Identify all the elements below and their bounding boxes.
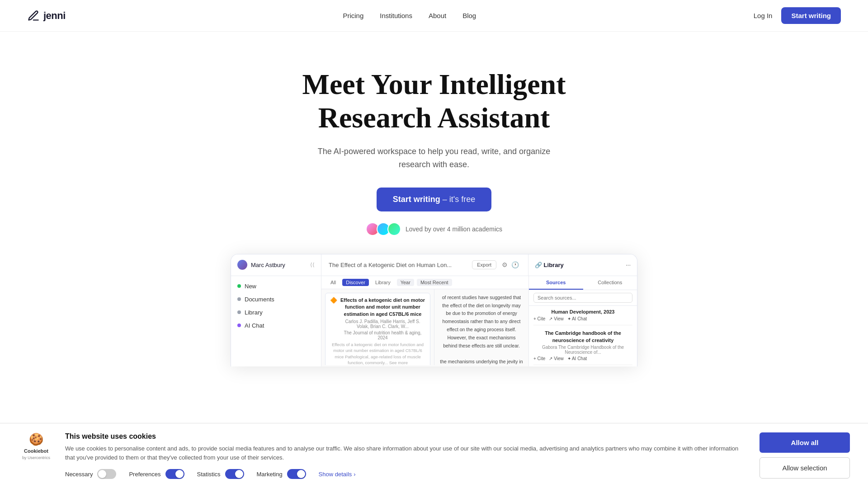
cookiebot-brand: Cookiebot xyxy=(24,448,48,454)
lib-item-1: The Cambridge handbook of the neuroscien… xyxy=(533,330,632,365)
discover-tab-library[interactable]: Library xyxy=(372,279,394,286)
nav-blog[interactable]: Blog xyxy=(462,12,476,19)
library-items: Human Development, 2023 + Cite ↗ View ✦ … xyxy=(529,306,637,366)
cookie-logo-icon: 🍪 xyxy=(29,432,43,446)
lib-tab-collections[interactable]: Collections xyxy=(583,276,637,290)
start-writing-nav-button[interactable]: Start writing xyxy=(781,7,841,24)
cookie-preferences: Preferences xyxy=(129,469,184,479)
article-item: 🔶 Effects of a ketogenic diet on motor f… xyxy=(325,293,430,365)
nav-pricing[interactable]: Pricing xyxy=(343,12,363,19)
ai-chat-lib-btn[interactable]: ✦ AI Chat xyxy=(567,316,587,321)
cite-lib-btn[interactable]: + Cite xyxy=(533,316,545,321)
mockup-body: New Documents Library AI Chat xyxy=(231,276,637,366)
new-dot xyxy=(237,284,241,288)
filter-recent[interactable]: Most Recent xyxy=(417,279,452,286)
lib-tab-sources[interactable]: Sources xyxy=(529,276,583,290)
statistics-toggle-knob xyxy=(235,470,243,478)
library-menu-icon[interactable]: ··· xyxy=(626,262,631,268)
cookie-marketing: Marketing xyxy=(257,469,306,479)
user-avatar xyxy=(237,260,247,270)
export-button[interactable]: Export xyxy=(472,260,496,269)
nav-about[interactable]: About xyxy=(429,12,446,19)
chevron-right-icon: › xyxy=(354,471,355,478)
discover-tab-all[interactable]: All xyxy=(327,279,340,286)
necessary-toggle[interactable] xyxy=(97,469,116,479)
nav-institutions[interactable]: Institutions xyxy=(380,12,412,19)
history-icon-btn[interactable]: 🕐 xyxy=(509,261,521,268)
login-button[interactable]: Log In xyxy=(754,12,773,19)
cite-lib-btn-1[interactable]: + Cite xyxy=(533,356,545,361)
allow-all-button[interactable]: Allow all xyxy=(760,432,850,453)
article-journal: The Journal of nutrition health & aging,… xyxy=(340,330,425,340)
sidebar-item-library[interactable]: Library xyxy=(231,306,321,319)
navbar: jenni Pricing Institutions About Blog Lo… xyxy=(0,0,868,32)
avatar xyxy=(387,222,401,236)
cookie-controls: Necessary Preferences Statistics Marketi… xyxy=(65,469,749,479)
article-title: Effects of a ketogenic diet on motor fun… xyxy=(340,297,425,318)
mockup-header: Marc Astbury ⟨⟨ The Effect of a Ketogeni… xyxy=(231,254,637,276)
mockup-sidebar-header: Marc Astbury ⟨⟨ xyxy=(231,254,321,276)
lib-item-source-1: Gabora The Cambridge Handbook of the Neu… xyxy=(533,345,632,355)
filter-year[interactable]: Year xyxy=(397,279,414,286)
marketing-toggle-knob xyxy=(297,470,305,478)
marketing-label: Marketing xyxy=(257,471,283,478)
necessary-label: Necessary xyxy=(65,471,93,478)
lib-item-actions: + Cite ↗ View ✦ AI Chat xyxy=(533,316,632,321)
collapse-icon[interactable]: ⟨⟨ xyxy=(310,262,315,268)
mockup-main-content: All Discover Library Year Most Recent 🔶 … xyxy=(321,276,528,366)
hero-subtitle: The AI-powered workspace to help you rea… xyxy=(316,145,552,171)
article-authors: Carlos J. Padilla, Hallie Harris, Jeff S… xyxy=(340,319,425,329)
article-emoji: 🔶 xyxy=(330,297,337,304)
logo-icon xyxy=(27,9,40,22)
necessary-toggle-knob xyxy=(98,470,106,478)
sidebar-item-documents[interactable]: Documents xyxy=(231,293,321,306)
preferences-label: Preferences xyxy=(129,471,160,478)
hero-title: Meet Your Intelligent Research Assistant xyxy=(302,68,566,134)
cookie-buttons: Allow all Allow selection xyxy=(760,432,850,479)
brand-name: jenni xyxy=(43,10,66,22)
cookie-statistics: Statistics xyxy=(197,469,244,479)
mockup-library-header: 🔗 Library ··· xyxy=(528,254,637,276)
cta-suffix: – it's free xyxy=(440,195,475,204)
article-list: 🔶 Effects of a ketogenic diet on motor f… xyxy=(321,289,434,365)
sidebar-item-new[interactable]: New xyxy=(231,280,321,293)
discover-tab-discover[interactable]: Discover xyxy=(342,279,369,286)
marketing-toggle[interactable] xyxy=(287,469,306,479)
cookie-content: This website uses cookies We use cookies… xyxy=(65,432,749,479)
social-proof: Loved by over 4 million academics xyxy=(366,222,502,236)
view-lib-btn-1[interactable]: ↗ View xyxy=(549,356,563,361)
article-snippet: Effects of a ketogenic diet on motor fun… xyxy=(330,342,425,365)
library-search xyxy=(529,290,637,306)
preferences-toggle[interactable] xyxy=(165,469,184,479)
cookiebot-brand-sub: by Usercentrics xyxy=(22,455,50,460)
search-sources-input[interactable] xyxy=(533,293,632,303)
cookie-body: We use cookies to personalise content an… xyxy=(65,444,749,462)
cookie-necessary: Necessary xyxy=(65,469,116,479)
allow-selection-button[interactable]: Allow selection xyxy=(760,457,850,479)
cookiebot-logo: 🍪 Cookiebot by Usercentrics xyxy=(18,432,54,460)
hero-section: Meet Your Intelligent Research Assistant… xyxy=(0,32,868,366)
show-details-link[interactable]: Show details › xyxy=(319,471,356,478)
sidebar-item-ai-chat[interactable]: AI Chat xyxy=(231,319,321,332)
aichat-dot xyxy=(237,324,241,327)
documents-dot xyxy=(237,297,241,301)
mockup-article-view: 🔶 Effects of a ketogenic diet on motor f… xyxy=(321,289,528,365)
library-dot xyxy=(237,310,241,314)
avatar-group xyxy=(366,222,401,236)
start-writing-hero-button[interactable]: Start writing – it's free xyxy=(377,188,491,211)
view-lib-btn[interactable]: ↗ View xyxy=(549,316,563,321)
preferences-toggle-knob xyxy=(175,470,184,478)
cookie-title: This website uses cookies xyxy=(65,432,749,441)
ai-chat-lib-btn-1[interactable]: ✦ AI Chat xyxy=(567,356,587,361)
statistics-toggle[interactable] xyxy=(225,469,244,479)
settings-icon-btn[interactable]: ⚙ xyxy=(500,261,509,268)
logo[interactable]: jenni xyxy=(27,9,66,22)
mockup-library-panel: Sources Collections Human Development, 2… xyxy=(528,276,637,366)
cta-main-label: Start writing xyxy=(393,195,440,204)
mockup-username: Marc Astbury xyxy=(251,262,285,268)
lib-item-actions-1: + Cite ↗ View ✦ AI Chat xyxy=(533,356,632,361)
mockup-doc-title: The Effect of a Ketogenic Diet on Human … xyxy=(321,254,528,276)
nav-links: Pricing Institutions About Blog xyxy=(343,12,476,20)
lib-item-title: Human Development, 2023 xyxy=(533,309,632,315)
social-proof-text: Loved by over 4 million academics xyxy=(406,225,502,233)
